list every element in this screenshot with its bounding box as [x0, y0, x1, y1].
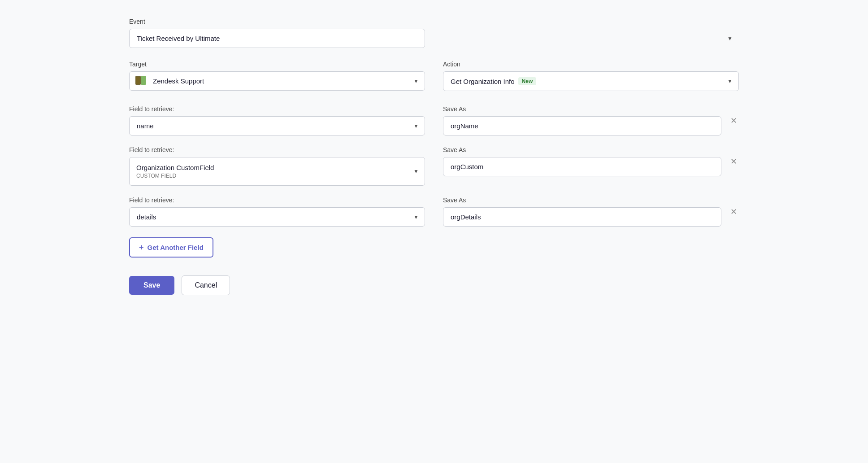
remove-button-1[interactable]: ✕ [729, 115, 739, 127]
target-select-wrapper: Zendesk Support ▼ [129, 71, 425, 91]
get-another-label: Get Another Field [148, 244, 204, 251]
field-select-1[interactable]: nameOrganization CustomField CUSTOM FIEL… [129, 116, 425, 135]
action-section: Action Get Organization Info New ▼ [443, 61, 739, 91]
save-as-input-2[interactable] [443, 157, 721, 176]
field-right-3: Save As ✕ [443, 197, 739, 227]
event-label: Event [129, 18, 739, 25]
event-chevron-icon: ▼ [727, 35, 733, 42]
field-left-3: Field to retrieve: nameOrganization Cust… [129, 197, 425, 227]
plus-icon: + [139, 243, 144, 252]
action-select-wrapper: Get Organization Info New ▼ [443, 71, 739, 91]
remove-button-3[interactable]: ✕ [729, 206, 739, 218]
field-right-2: Save As ✕ [443, 146, 739, 176]
field-row-2: Field to retrieve: nameOrganization Cust… [129, 146, 739, 186]
field-left-2: Field to retrieve: nameOrganization Cust… [129, 146, 425, 186]
action-value-text: Get Organization Info [451, 78, 515, 85]
field-select-wrapper-1: nameOrganization CustomField CUSTOM FIEL… [129, 116, 425, 135]
cancel-button[interactable]: Cancel [182, 275, 230, 295]
target-label: Target [129, 61, 425, 68]
field-retrieve-label-3: Field to retrieve: [129, 197, 425, 204]
action-select-display[interactable]: Get Organization Info New [443, 71, 739, 91]
save-as-label-1: Save As [443, 105, 721, 113]
target-section: Target Zendesk Support ▼ [129, 61, 425, 91]
action-new-badge: New [518, 77, 537, 85]
save-as-wrapper-1: Save As [443, 105, 721, 135]
field-right-1: Save As ✕ [443, 105, 739, 135]
save-as-input-1[interactable] [443, 116, 721, 135]
event-section: Event Ticket Received by UltimateTicket … [129, 18, 739, 48]
field-row-3: Field to retrieve: nameOrganization Cust… [129, 197, 739, 227]
action-buttons: Save Cancel [129, 275, 739, 295]
save-as-label-2: Save As [443, 146, 721, 153]
save-as-label-3: Save As [443, 197, 721, 204]
get-another-field-button[interactable]: + Get Another Field [129, 237, 213, 258]
field-select-3[interactable]: nameOrganization CustomField CUSTOM FIEL… [129, 207, 425, 227]
action-label: Action [443, 61, 739, 68]
field-select-wrapper-2: nameOrganization CustomField CUSTOM FIEL… [129, 157, 425, 186]
field-select-wrapper-3: nameOrganization CustomField CUSTOM FIEL… [129, 207, 425, 227]
field-select-2[interactable]: nameOrganization CustomField CUSTOM FIEL… [129, 157, 425, 186]
save-as-wrapper-2: Save As [443, 146, 721, 176]
field-retrieve-label-2: Field to retrieve: [129, 146, 425, 153]
field-row-1: Field to retrieve: nameOrganization Cust… [129, 105, 739, 135]
event-select-wrapper: Ticket Received by UltimateTicket Create… [129, 29, 739, 48]
remove-button-2[interactable]: ✕ [729, 156, 739, 167]
target-select[interactable]: Zendesk Support [129, 71, 425, 91]
field-left-1: Field to retrieve: nameOrganization Cust… [129, 105, 425, 135]
form-container: Event Ticket Received by UltimateTicket … [129, 18, 739, 295]
event-select[interactable]: Ticket Received by UltimateTicket Create… [129, 29, 425, 48]
save-as-wrapper-3: Save As [443, 197, 721, 227]
save-as-input-3[interactable] [443, 207, 721, 227]
save-button[interactable]: Save [129, 276, 174, 295]
target-action-row: Target Zendesk Support ▼ Action Get Org [129, 61, 739, 91]
field-retrieve-label-1: Field to retrieve: [129, 105, 425, 113]
